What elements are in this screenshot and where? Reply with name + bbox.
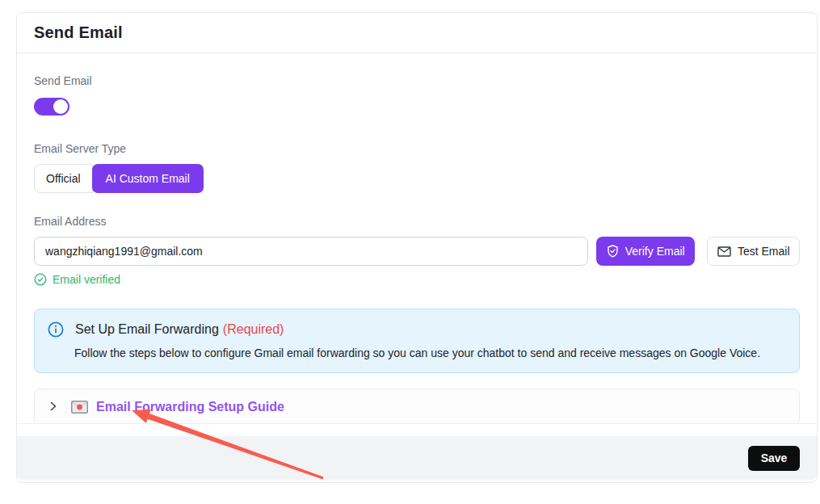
panel-footer: Save xyxy=(17,436,817,480)
toggle-knob xyxy=(53,99,68,114)
email-server-type-segmented: Official AI Custom Email xyxy=(34,164,204,193)
check-circle-icon xyxy=(34,273,47,286)
alert-required-badge: (Required) xyxy=(223,322,284,336)
email-server-type-label: Email Server Type xyxy=(34,142,800,155)
server-type-official-button[interactable]: Official xyxy=(34,164,93,193)
shield-check-icon xyxy=(607,245,619,258)
alert-heading-row: Set Up Email Forwarding(Required) xyxy=(48,321,786,338)
save-button[interactable]: Save xyxy=(748,446,800,471)
chevron-right-icon xyxy=(49,401,59,414)
email-address-label: Email Address xyxy=(34,215,800,228)
panel-body: Send Email Email Server Type Official AI… xyxy=(17,53,817,424)
verify-email-label: Verify Email xyxy=(625,245,685,258)
email-address-input[interactable] xyxy=(34,237,588,266)
email-forwarding-alert: Set Up Email Forwarding(Required) Follow… xyxy=(34,309,800,373)
server-type-ai-custom-button[interactable]: AI Custom Email xyxy=(92,164,204,193)
send-email-toggle[interactable] xyxy=(34,98,69,116)
email-verified-text: Email verified xyxy=(53,273,120,286)
email-forwarding-guide-collapse[interactable]: Email Forwarding Setup Guide xyxy=(34,388,800,424)
page-title: Send Email xyxy=(34,23,800,42)
send-email-panel: Send Email Send Email Email Server Type … xyxy=(16,12,818,483)
alert-title: Set Up Email Forwarding xyxy=(75,322,219,336)
info-circle-icon xyxy=(48,321,64,338)
test-email-button[interactable]: Test Email xyxy=(707,237,800,266)
email-emoji-icon xyxy=(71,401,88,414)
verify-email-button[interactable]: Verify Email xyxy=(596,237,695,266)
email-address-row: Verify Email Test Email xyxy=(34,237,800,266)
test-email-label: Test Email xyxy=(738,245,790,258)
email-verified-status: Email verified xyxy=(34,271,800,288)
panel-header: Send Email xyxy=(17,13,817,53)
envelope-icon xyxy=(717,246,731,257)
alert-description: Follow the steps below to configure Gmai… xyxy=(74,346,786,361)
send-email-label: Send Email xyxy=(34,74,800,87)
guide-link-label: Email Forwarding Setup Guide xyxy=(96,400,284,414)
